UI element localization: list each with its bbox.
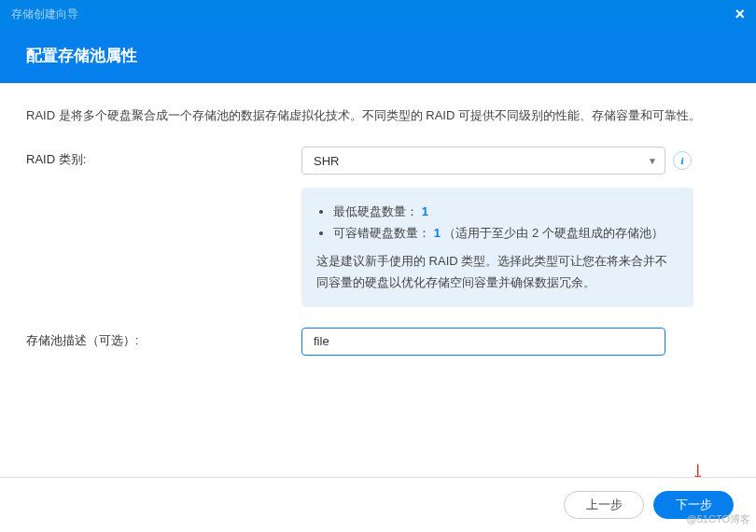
description-input[interactable] [301, 328, 665, 356]
prev-button[interactable]: 上一步 [564, 491, 644, 519]
footer: 上一步 下一步 [0, 477, 756, 532]
description-control [301, 328, 730, 356]
page-header: 配置存储池属性 [0, 28, 756, 83]
raid-info-panel: 最低硬盘数量： 1 可容错硬盘数量： 1 （适用于至少由 2 个硬盘组成的存储池… [301, 188, 693, 307]
close-icon[interactable]: × [735, 0, 745, 28]
min-disk-item: 最低硬盘数量： 1 [333, 201, 679, 222]
description-row: 存储池描述（可选）: [26, 328, 730, 356]
raid-type-value: SHR [314, 154, 339, 168]
intro-text: RAID 是将多个硬盘聚合成一个存储池的数据存储虚拟化技术。不同类型的 RAID… [26, 105, 730, 126]
fault-tol-label: 可容错硬盘数量： [333, 226, 430, 240]
description-label: 存储池描述（可选）: [26, 328, 301, 349]
raid-type-label: RAID 类别: [26, 147, 301, 168]
min-disk-value: 1 [422, 204, 428, 218]
titlebar: 存储创建向导 × [0, 0, 756, 28]
info-icon[interactable]: i [673, 151, 692, 170]
content-area: RAID 是将多个硬盘聚合成一个存储池的数据存储虚拟化技术。不同类型的 RAID… [0, 83, 756, 391]
min-disk-label: 最低硬盘数量： [333, 204, 418, 218]
fault-tol-value: 1 [434, 226, 441, 240]
raid-type-row: RAID 类别: SHR ▼ i [26, 147, 730, 175]
wizard-title: 存储创建向导 [11, 0, 78, 28]
next-button[interactable]: 下一步 [653, 491, 734, 519]
raid-type-select[interactable]: SHR ▼ [301, 147, 665, 175]
raid-description: 这是建议新手使用的 RAID 类型。选择此类型可让您在将来合并不同容量的硬盘以优… [316, 250, 679, 294]
page-title: 配置存储池属性 [26, 47, 137, 64]
chevron-down-icon: ▼ [648, 156, 657, 166]
fault-tolerance-item: 可容错硬盘数量： 1 （适用于至少由 2 个硬盘组成的存储池） [333, 222, 679, 244]
fault-tol-suffix: （适用于至少由 2 个硬盘组成的存储池） [443, 226, 663, 240]
raid-type-control: SHR ▼ i [301, 147, 730, 175]
